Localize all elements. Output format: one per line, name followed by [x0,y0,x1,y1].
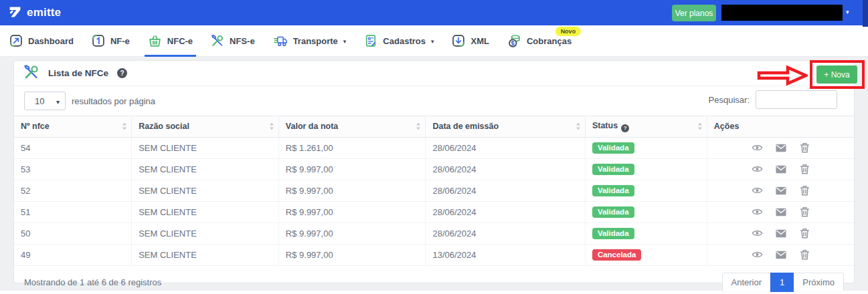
dashboard-icon [9,34,23,47]
chevron-down-icon [431,35,434,47]
nav-item-transporte[interactable]: Transporte [273,25,347,56]
nav-item-nfce[interactable]: NFC-e [148,25,193,56]
page-size-control: 10 resultados por página [24,92,155,110]
pagination: Anterior 1 Próximo [722,273,844,292]
cell-status: Cancelada [585,244,707,265]
status-help-icon[interactable]: ? [621,124,629,132]
nav-item-dashboard[interactable]: Dashboard [9,25,74,56]
main-nav: Dashboard NF-e NFC-e [0,25,868,57]
cell-razao-social: SEM CLIENTE [132,137,279,158]
view-icon[interactable] [752,186,763,195]
scrollbar-thumb[interactable] [863,0,868,27]
brand-name: emitte [27,6,61,19]
column-header-data-emissao[interactable]: Data de emissão [426,116,585,138]
sort-icon [698,123,702,130]
email-icon[interactable] [776,229,786,238]
search-input[interactable] [756,90,837,109]
delete-icon[interactable] [800,142,810,153]
cell-valor: R$ 9.997,00 [278,223,426,244]
view-icon[interactable] [752,229,763,238]
search-label: Pesquisar: [709,95,750,105]
cell-valor: R$ 1.261,00 [278,137,426,158]
cell-acoes [707,201,854,223]
email-icon[interactable] [776,186,786,195]
nav-item-cadastros[interactable]: Cadastros [364,25,434,56]
column-header-razao-social[interactable]: Razão social [132,116,279,138]
status-badge: Validada [592,185,634,196]
cell-status: Validada [585,223,707,244]
cell-valor: R$ 9.997,00 [278,180,426,201]
nfce-table: Nº nfce Razão social Valor da nota Data … [14,116,854,266]
sort-icon [122,123,126,130]
status-badge: Validada [592,164,634,175]
delete-icon[interactable] [800,249,810,260]
delete-icon[interactable] [800,228,810,239]
column-header-valor[interactable]: Valor da nota [278,116,426,138]
delete-icon[interactable] [800,206,810,217]
cell-razao-social: SEM CLIENTE [132,201,279,223]
sort-icon [416,123,420,130]
table-footer: Mostrando de 1 até 6 de 6 registros Ante… [14,266,854,294]
brand: emitte [8,0,61,25]
user-menu-caret-icon[interactable]: ▾ [846,9,849,15]
search-control: Pesquisar: [709,90,837,109]
delete-icon[interactable] [800,164,810,174]
column-header-numero[interactable]: Nº nfce [14,116,132,138]
cell-data-emissao: 28/06/2024 [426,201,585,223]
sort-icon [270,123,274,130]
nav-item-nfe[interactable]: NF-e [92,25,130,56]
email-icon[interactable] [776,208,786,216]
cell-numero: 51 [14,201,132,223]
view-icon[interactable] [752,207,763,216]
nav-item-nfse[interactable]: NFS-e [211,25,255,56]
table-body: 54 SEM CLIENTE R$ 1.261,00 28/06/2024 Va… [14,137,854,265]
email-icon[interactable] [776,251,786,259]
column-header-acoes: Ações [707,116,854,138]
table-row: 53 SEM CLIENTE R$ 9.997,00 28/06/2024 Va… [14,158,854,180]
sort-icon [576,123,580,130]
tools-icon [23,64,39,83]
column-header-status[interactable]: Status? [585,116,707,138]
table-row: 54 SEM CLIENTE R$ 1.261,00 28/06/2024 Va… [14,137,854,158]
cell-status: Validada [585,180,707,201]
page-size-value: 10 [35,96,44,106]
nav-label: Cadastros [383,36,426,46]
cell-numero: 54 [14,137,132,158]
nav-item-cobrancas[interactable]: Cobranças Novo [507,25,572,56]
cell-acoes [707,223,854,244]
nav-label: XML [470,36,489,46]
chevron-down-icon [56,96,60,106]
table-row: 51 SEM CLIENTE R$ 9.997,00 28/06/2024 Va… [14,201,854,223]
redacted-user-info[interactable] [721,5,843,21]
current-page-button[interactable]: 1 [770,273,794,292]
cell-status: Validada [585,201,707,223]
cell-valor: R$ 9.997,00 [278,244,426,265]
delete-icon[interactable] [800,185,810,196]
records-summary: Mostrando de 1 até 6 de 6 registros [24,277,161,287]
page-size-label: resultados por página [72,96,155,106]
page-size-select[interactable]: 10 [24,92,66,110]
cell-valor: R$ 9.997,00 [278,158,426,180]
cell-data-emissao: 28/06/2024 [426,180,585,201]
nav-item-xml[interactable]: XML [452,25,489,56]
view-icon[interactable] [752,250,763,259]
topbar: emitte Ver planos ▾ [0,0,868,25]
cell-data-emissao: 28/06/2024 [426,158,585,180]
view-icon[interactable] [752,143,763,152]
prev-page-button[interactable]: Anterior [722,273,772,292]
cell-razao-social: SEM CLIENTE [132,244,279,265]
cell-numero: 49 [14,244,132,265]
email-icon[interactable] [776,165,786,174]
next-page-button[interactable]: Próximo [793,273,844,292]
cell-status: Validada [585,158,707,180]
bottom-strip [0,291,868,294]
nav-label: Dashboard [28,36,74,46]
help-icon[interactable]: ? [117,68,127,78]
ver-planos-button[interactable]: Ver planos [672,5,716,21]
email-icon[interactable] [776,144,786,152]
view-icon[interactable] [752,164,763,174]
tools-icon [211,34,224,47]
cell-razao-social: SEM CLIENTE [132,180,279,201]
cell-numero: 52 [14,180,132,201]
cell-acoes [707,180,854,201]
